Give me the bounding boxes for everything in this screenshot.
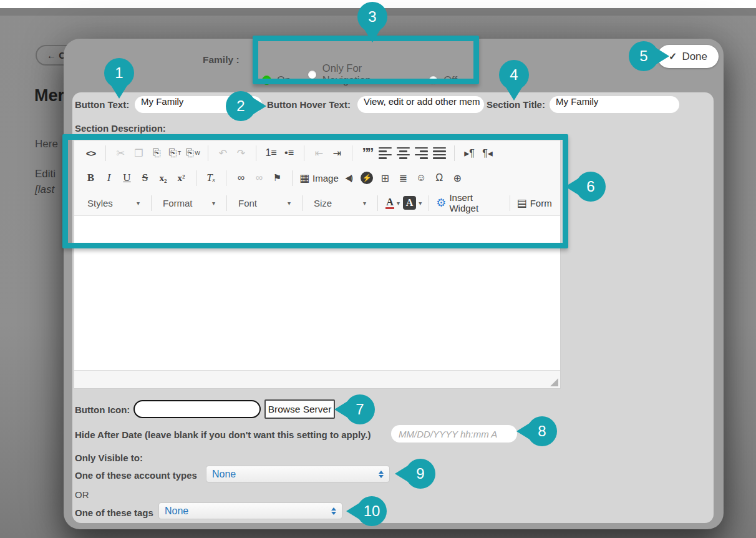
annotation-box-status-radios — [253, 36, 479, 84]
done-button-label: Done — [682, 51, 707, 63]
background-page-heading: Mer — [34, 86, 64, 105]
tags-selected-value: None — [165, 506, 188, 517]
callout-4: 4 — [499, 60, 529, 90]
tags-select[interactable]: None — [158, 502, 342, 519]
section-description-label: Section Description: — [75, 123, 166, 134]
callout-9: 9 — [405, 459, 435, 489]
callout-7: 7 — [345, 394, 375, 424]
hide-after-date-label: Hide After Date (leave blank if you don'… — [75, 429, 371, 440]
button-hover-text-label: Button Hover Text: — [267, 99, 351, 110]
only-visible-to-label: Only Visible to: — [75, 452, 143, 463]
button-icon-label: Button Icon: — [75, 404, 130, 415]
resize-handle-icon[interactable] — [550, 378, 558, 386]
annotation-box-editor-toolbar — [62, 134, 568, 248]
button-icon-input[interactable] — [133, 400, 261, 418]
callout-2: 2 — [226, 91, 256, 121]
account-types-label: One of these account types — [75, 470, 197, 481]
button-hover-text-input[interactable]: View, edit or add other mem — [357, 96, 484, 113]
callout-3: 3 — [357, 2, 387, 32]
button-text-label: Button Text: — [75, 99, 129, 110]
callout-8: 8 — [527, 416, 557, 446]
screen: ← C Mer Here Editi [last Family : OnOnly… — [0, 0, 756, 538]
check-icon: ✓ — [669, 51, 677, 62]
callout-6: 6 — [576, 172, 606, 202]
section-settings-dialog: Family : OnOnly For NavigationOff ✓ Done… — [64, 39, 724, 529]
back-arrow-icon: ← C — [47, 50, 65, 61]
hide-after-date-input[interactable] — [391, 425, 517, 443]
callout-10: 10 — [357, 496, 387, 526]
select-arrows-icon — [379, 471, 384, 478]
editor-footer — [74, 370, 560, 388]
background-last-line: [last — [35, 183, 54, 196]
account-types-select[interactable]: None — [206, 466, 390, 482]
tags-label: One of these tags — [75, 507, 153, 518]
callout-5: 5 — [629, 41, 659, 71]
select-arrows-icon — [331, 507, 336, 515]
account-types-selected-value: None — [212, 469, 236, 480]
or-label: OR — [75, 489, 89, 500]
family-label: Family : — [203, 54, 240, 66]
background-editing-line: Editi — [35, 168, 56, 180]
section-title-input[interactable]: My Family — [550, 96, 679, 113]
browse-server-button[interactable]: Browse Server — [264, 399, 335, 419]
background-paragraph: Here — [35, 138, 58, 150]
section-title-label: Section Title: — [487, 99, 545, 110]
callout-1: 1 — [104, 58, 134, 88]
